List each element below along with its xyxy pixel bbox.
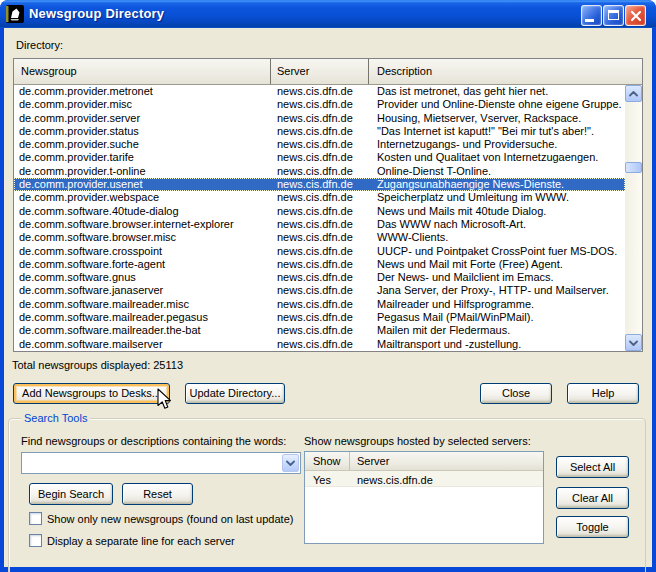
newsgroup-cell: de.comm.provider.server (14, 112, 271, 125)
newsgroup-row[interactable]: de.comm.software.janaservernews.cis.dfn.… (14, 284, 625, 297)
server-cell: news.cis.dfn.de (271, 271, 369, 284)
server-cell: news.cis.dfn.de (271, 218, 369, 231)
mouse-cursor (157, 388, 173, 413)
newsgroup-row[interactable]: de.comm.software.40tude-dialognews.cis.d… (14, 205, 625, 218)
server-cell: news.cis.dfn.de (271, 284, 369, 297)
server-cell: news.cis.dfn.de (271, 205, 369, 218)
column-header-server2[interactable]: Server (350, 452, 543, 470)
directory-label: Directory: (16, 39, 63, 51)
close-window-button[interactable] (625, 5, 646, 26)
separate-line-checkbox[interactable] (29, 534, 42, 547)
separate-line-label[interactable]: Display a separate line for each server (47, 535, 235, 547)
scrollbar-thumb[interactable] (625, 162, 642, 173)
newsgroup-row[interactable]: de.comm.software.mailreader.miscnews.cis… (14, 298, 625, 311)
newsgroup-list-body: de.comm.provider.metronetnews.cis.dfn.de… (14, 85, 625, 351)
find-words-input[interactable] (24, 455, 280, 471)
newsgroup-row[interactable]: de.comm.software.forte-agentnews.cis.dfn… (14, 258, 625, 271)
newsgroup-row[interactable]: de.comm.software.mailservernews.cis.dfn.… (14, 338, 625, 351)
newsgroup-row[interactable]: de.comm.software.mailreader.pegasusnews.… (14, 311, 625, 324)
description-cell: Online-Dienst T-Online. (369, 165, 625, 178)
description-cell: Housing, Mietserver, Vserver, Rackspace. (369, 112, 625, 125)
description-cell: Pegasus Mail (PMail/WinPMail). (369, 311, 625, 324)
newsgroup-cell: de.comm.software.mailreader.misc (14, 298, 271, 311)
maximize-button[interactable] (603, 5, 624, 26)
newsgroup-row[interactable]: de.comm.software.browser.miscnews.cis.df… (14, 231, 625, 244)
server-cell: news.cis.dfn.de (271, 324, 369, 337)
vertical-scrollbar[interactable] (625, 85, 642, 351)
newsgroup-row[interactable]: de.comm.provider.miscnews.cis.dfn.deProv… (14, 98, 625, 111)
server-cell: news.cis.dfn.de (271, 138, 369, 151)
description-cell: Kosten und Qualitaet von Internetzugaeng… (369, 151, 625, 164)
newsgroup-row[interactable]: de.comm.provider.usenetnews.cis.dfn.deZu… (14, 178, 625, 191)
newsgroup-row[interactable]: de.comm.software.browser.internet-explor… (14, 218, 625, 231)
newsgroup-listview: Newsgroup Server Description de.comm.pro… (13, 58, 643, 352)
find-words-combobox[interactable] (21, 452, 301, 474)
toggle-button[interactable]: Toggle (556, 516, 629, 538)
newsgroup-row[interactable]: de.comm.provider.metronetnews.cis.dfn.de… (14, 85, 625, 98)
description-cell: Mailtransport und -zustellung. (369, 338, 625, 351)
newsgroup-cell: de.comm.provider.suche (14, 138, 271, 151)
combo-dropdown-button[interactable] (282, 454, 299, 472)
newsgroup-cell: de.comm.provider.status (14, 125, 271, 138)
app-icon (6, 5, 24, 23)
description-cell: WWW-Clients. (369, 231, 625, 244)
server-cell: news.cis.dfn.de (271, 178, 369, 191)
server-row[interactable]: Yesnews.cis.dfn.de (305, 471, 543, 487)
reset-button[interactable]: Reset (122, 483, 193, 505)
servers-table-body: Yesnews.cis.dfn.de (305, 471, 543, 543)
newsgroup-row[interactable]: de.comm.provider.servernews.cis.dfn.deHo… (14, 112, 625, 125)
newsgroup-row[interactable]: de.comm.software.crosspointnews.cis.dfn.… (14, 245, 625, 258)
titlebar[interactable]: Newsgroup Directory (0, 0, 656, 28)
newsgroup-row[interactable]: de.comm.provider.statusnews.cis.dfn.de"D… (14, 125, 625, 138)
newsgroup-cell: de.comm.provider.metronet (14, 85, 271, 98)
begin-search-button[interactable]: Begin Search (29, 483, 113, 505)
servers-list-label: Show newsgroups hosted by selected serve… (304, 435, 531, 447)
column-header-server[interactable]: Server (271, 59, 369, 84)
scroll-down-button[interactable] (625, 334, 642, 351)
newsgroup-row[interactable]: de.comm.provider.suchenews.cis.dfn.deInt… (14, 138, 625, 151)
newsgroup-cell: de.comm.software.mailreader.pegasus (14, 311, 271, 324)
search-tools-title: Search Tools (21, 412, 90, 424)
chevron-up-icon (629, 91, 638, 97)
minimize-button[interactable] (581, 5, 602, 26)
help-button[interactable]: Help (567, 383, 639, 404)
server-cell: news.cis.dfn.de (271, 112, 369, 125)
newsgroup-cell: de.comm.provider.t-online (14, 165, 271, 178)
maximize-icon (608, 10, 619, 20)
show-only-new-label[interactable]: Show only new newsgroups (found on last … (47, 513, 293, 525)
server-cell: news.cis.dfn.de (271, 245, 369, 258)
server-cell: news.cis.dfn.de (271, 85, 369, 98)
description-cell: UUCP- und Pointpaket CrossPoint fuer MS-… (369, 245, 625, 258)
clear-all-button[interactable]: Clear All (556, 487, 629, 509)
newsgroup-cell: de.comm.software.crosspoint (14, 245, 271, 258)
column-header-description[interactable]: Description (369, 59, 642, 84)
newsgroup-row[interactable]: de.comm.provider.webspacenews.cis.dfn.de… (14, 191, 625, 204)
description-cell: Das WWW nach Microsoft-Art. (369, 218, 625, 231)
find-words-label: Find newsgroups or descriptions containi… (21, 435, 286, 447)
description-cell: News und Mail mit Forte (Free) Agent. (369, 258, 625, 271)
add-newsgroups-button[interactable]: Add Newsgroups to Desks... (13, 383, 170, 404)
total-newsgroups-label: Total newsgroups displayed: 25113 (12, 359, 183, 371)
select-all-button[interactable]: Select All (556, 456, 629, 478)
newsgroup-row[interactable]: de.comm.software.mailreader.the-batnews.… (14, 324, 625, 337)
description-cell: News und Mails mit 40tude Dialog. (369, 205, 625, 218)
minimize-icon (585, 19, 594, 22)
server-cell: news.cis.dfn.de (271, 231, 369, 244)
column-header-show[interactable]: Show (305, 452, 350, 470)
update-directory-button[interactable]: Update Directory... (185, 383, 285, 404)
window-title: Newsgroup Directory (29, 6, 164, 21)
newsgroup-cell: de.comm.provider.usenet (14, 178, 271, 191)
newsgroup-row[interactable]: de.comm.provider.t-onlinenews.cis.dfn.de… (14, 165, 625, 178)
description-cell: Jana Server, der Proxy-, HTTP- und Mails… (369, 284, 625, 297)
listview-header: Newsgroup Server Description (14, 59, 642, 85)
description-cell: "Das Internet ist kaputt!" "Bei mir tut'… (369, 125, 625, 138)
show-only-new-checkbox[interactable] (29, 512, 42, 525)
newsgroup-row[interactable]: de.comm.software.gnusnews.cis.dfn.deDer … (14, 271, 625, 284)
close-button[interactable]: Close (480, 383, 552, 404)
scroll-up-button[interactable] (625, 85, 642, 102)
newsgroup-row[interactable]: de.comm.provider.tarifenews.cis.dfn.deKo… (14, 151, 625, 164)
description-cell: Mailen mit der Fledermaus. (369, 324, 625, 337)
chevron-down-icon (629, 340, 638, 346)
column-header-newsgroup[interactable]: Newsgroup (14, 59, 271, 84)
newsgroup-cell: de.comm.provider.webspace (14, 191, 271, 204)
